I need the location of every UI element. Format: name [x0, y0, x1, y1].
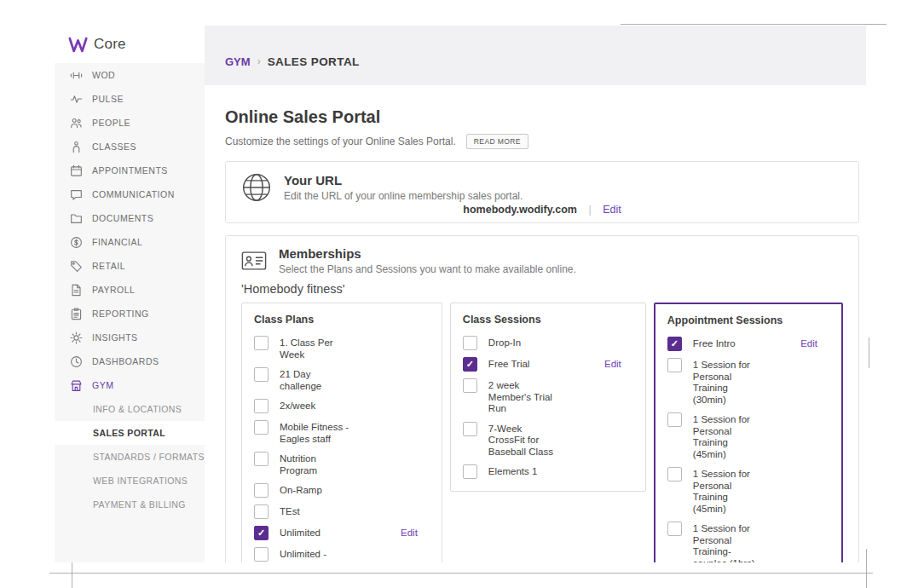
- sidebar-item-documents[interactable]: DOCUMENTS: [55, 206, 205, 230]
- membership-option: Elements 1: [463, 464, 633, 479]
- page-title: Online Sales Portal: [225, 107, 859, 127]
- sidebar-subitem-sales-portal[interactable]: SALES PORTAL: [55, 421, 205, 445]
- membership-option: 1 Session for Personal Training (45min): [667, 467, 829, 515]
- sidebar-item-pulse[interactable]: PULSE: [55, 87, 205, 111]
- unchecked-checkbox[interactable]: [667, 412, 682, 427]
- unchecked-checkbox[interactable]: [667, 522, 682, 536]
- unchecked-checkbox[interactable]: [254, 504, 269, 519]
- gym-icon: [69, 378, 83, 392]
- sidebar-item-classes[interactable]: CLASSES: [55, 135, 205, 159]
- sidebar-item-label: DOCUMENTS: [92, 213, 153, 223]
- option-label: 1 Session for Personal Training (45min): [693, 412, 763, 460]
- edit-link[interactable]: Edit: [604, 357, 621, 369]
- unchecked-checkbox[interactable]: [254, 483, 269, 498]
- sidebar-item-label: CLASSES: [92, 141, 136, 152]
- unchecked-checkbox[interactable]: [254, 420, 269, 435]
- membership-option: TEst: [254, 504, 430, 519]
- membership-option: 1. Class Per Week: [254, 336, 430, 360]
- page-content: Online Sales Portal Customize the settin…: [205, 85, 866, 562]
- sidebar-subitem-payment-billing[interactable]: PAYMENT & BILLING: [55, 493, 205, 516]
- crop-mark-bottom: [49, 573, 873, 574]
- page-subtitle: Customize the settings of your Online Sa…: [225, 135, 456, 147]
- documents-icon: [69, 211, 83, 225]
- screenshot-canvas: Core WODPULSEPEOPLECLASSESAPPOINTMENTSCO…: [0, 0, 924, 588]
- sidebar-subitem-label: SALES PORTAL: [93, 428, 165, 438]
- sidebar-item-wod[interactable]: WOD: [55, 63, 205, 87]
- reporting-icon: [69, 307, 83, 320]
- unchecked-checkbox[interactable]: [463, 378, 477, 393]
- panel-title: Class Plans: [254, 314, 430, 326]
- sidebar-item-retail[interactable]: RETAIL: [55, 254, 205, 278]
- option-label: Nutrition Program: [280, 452, 349, 476]
- panel-title: Appointment Sessions: [667, 314, 829, 326]
- sidebar: Core WODPULSEPEOPLECLASSESAPPOINTMENTSCO…: [55, 26, 205, 562]
- checked-checkbox[interactable]: ✓: [667, 337, 682, 351]
- option-label: Unlimited - Monthly: [280, 547, 349, 562]
- sidebar-subitem-info-locations[interactable]: INFO & LOCATIONS: [55, 397, 205, 421]
- unchecked-checkbox[interactable]: [463, 464, 477, 479]
- unchecked-checkbox[interactable]: [254, 547, 269, 562]
- membership-option: ✓UnlimitedEdit: [254, 526, 430, 540]
- unchecked-checkbox[interactable]: [254, 367, 269, 382]
- edit-link[interactable]: Edit: [401, 526, 418, 538]
- unchecked-checkbox[interactable]: [463, 336, 477, 350]
- option-label: 1 Session for Personal Training (45min): [693, 467, 763, 515]
- url-card-subtitle: Edit the URL of your online membership s…: [284, 190, 523, 202]
- option-label: 1. Class Per Week: [280, 336, 349, 360]
- breadcrumb-parent[interactable]: GYM: [225, 55, 251, 68]
- membership-option: 2x/week: [254, 399, 430, 413]
- sidebar-item-financial[interactable]: FINANCIAL: [55, 230, 205, 254]
- edit-link[interactable]: Edit: [800, 337, 817, 349]
- option-label: Free Intro: [693, 337, 763, 350]
- sidebar-item-label: WOD: [92, 70, 115, 80]
- wodify-logo[interactable]: Core: [55, 26, 205, 63]
- memberships-subtitle: Select the Plans and Sessions you want t…: [279, 263, 576, 275]
- insights-icon: [69, 331, 83, 344]
- membership-option: 1 Session for Personal Training (45min): [667, 412, 829, 460]
- sidebar-item-communication[interactable]: COMMUNICATION: [55, 182, 205, 206]
- memberships-card: Memberships Select the Plans and Session…: [225, 235, 859, 562]
- option-label: On-Ramp: [280, 483, 349, 497]
- option-label: Free Trial: [488, 357, 558, 371]
- globe-icon: [241, 172, 272, 203]
- sidebar-subitem-standards-formats[interactable]: STANDARDS / FORMATS: [55, 445, 205, 469]
- url-divider: |: [588, 204, 591, 216]
- option-label: 1 Session for Personal Training- couples…: [693, 522, 763, 562]
- option-label: 7-Week CrossFit for Baseball Class: [488, 422, 558, 458]
- membership-option: Mobile Fitness - Eagles staff: [254, 420, 430, 445]
- pulse-icon: [69, 92, 83, 106]
- sidebar-subitem-web-integrations[interactable]: WEB INTEGRATIONS: [55, 469, 205, 493]
- sidebar-item-dashboards[interactable]: DASHBOARDS: [55, 349, 205, 373]
- checked-checkbox[interactable]: ✓: [463, 357, 477, 372]
- read-more-button[interactable]: READ MORE: [466, 134, 528, 149]
- gym-name: 'Homebody fitness': [241, 282, 843, 296]
- panel-appointment-sessions: Appointment Sessions✓Free IntroEdit1 Ses…: [654, 303, 843, 562]
- unchecked-checkbox[interactable]: [254, 399, 269, 413]
- option-label: 2x/week: [280, 399, 349, 412]
- url-edit-link[interactable]: Edit: [603, 204, 621, 216]
- sidebar-item-label: APPOINTMENTS: [92, 165, 168, 176]
- sidebar-item-insights[interactable]: INSIGHTS: [55, 326, 205, 349]
- membership-option: Nutrition Program: [254, 452, 430, 476]
- option-label: TEst: [280, 504, 349, 518]
- unchecked-checkbox[interactable]: [254, 452, 269, 466]
- panel-title: Class Sessions: [463, 314, 633, 326]
- sidebar-item-people[interactable]: PEOPLE: [55, 111, 205, 135]
- option-label: 1 Session for Personal Training (30min): [693, 358, 763, 406]
- unchecked-checkbox[interactable]: [463, 422, 477, 436]
- checked-checkbox[interactable]: ✓: [254, 526, 269, 540]
- membership-option: ✓Free TrialEdit: [463, 357, 633, 372]
- sidebar-item-reporting[interactable]: REPORTING: [55, 302, 205, 326]
- sidebar-item-label: RETAIL: [92, 261, 125, 271]
- unchecked-checkbox[interactable]: [667, 467, 682, 481]
- logo-text: Core: [94, 36, 126, 53]
- dashboards-icon: [69, 355, 83, 368]
- sidebar-item-label: FINANCIAL: [92, 237, 142, 247]
- url-card-title: Your URL: [284, 173, 523, 187]
- sidebar-item-appointments[interactable]: APPOINTMENTS: [55, 159, 205, 182]
- option-label: 21 Day challenge: [280, 367, 349, 392]
- sidebar-item-payroll[interactable]: PAYROLL: [55, 278, 205, 302]
- sidebar-item-gym[interactable]: GYM: [55, 373, 205, 397]
- unchecked-checkbox[interactable]: [667, 358, 682, 372]
- unchecked-checkbox[interactable]: [254, 336, 269, 350]
